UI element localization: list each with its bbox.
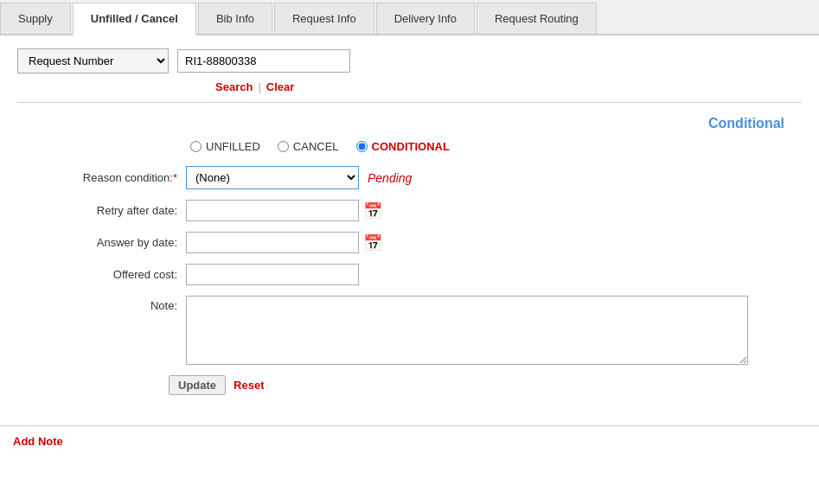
- search-row: Request Number: [17, 48, 802, 73]
- radio-cancel[interactable]: [278, 141, 289, 152]
- cost-row: Offered cost:: [43, 264, 802, 285]
- tab-unfilled-cancel[interactable]: Unfilled / Cancel: [73, 3, 196, 35]
- note-label: Note:: [43, 296, 186, 312]
- radio-unfilled[interactable]: [190, 141, 202, 152]
- action-buttons: Update Reset: [169, 375, 802, 395]
- search-button[interactable]: Search: [212, 80, 256, 93]
- cost-input[interactable]: [186, 264, 359, 285]
- retry-date-wrapper: 📅: [186, 200, 382, 221]
- separator: [17, 102, 802, 103]
- radio-cancel-label[interactable]: CANCEL: [278, 140, 339, 153]
- radio-cancel-text: CANCEL: [293, 140, 339, 153]
- search-buttons: Search | Clear: [212, 80, 802, 93]
- radio-conditional-text: CONDITIONAL: [372, 140, 450, 153]
- tab-request-info[interactable]: Request Info: [274, 3, 374, 34]
- add-note-button[interactable]: Add Note: [13, 435, 63, 448]
- bottom-section: Add Note: [0, 425, 819, 456]
- radio-conditional[interactable]: [356, 141, 368, 152]
- note-textarea[interactable]: [186, 296, 748, 365]
- request-type-select[interactable]: Request Number: [17, 48, 169, 73]
- tab-request-routing[interactable]: Request Routing: [477, 3, 597, 34]
- answer-date-input[interactable]: [186, 232, 359, 253]
- answer-date-wrapper: 📅: [186, 232, 382, 253]
- form-section: Reason condition:* (None) Pending Retry …: [43, 166, 802, 365]
- cost-label: Offered cost:: [43, 268, 186, 281]
- radio-unfilled-label[interactable]: UNFILLED: [190, 140, 260, 153]
- answer-date-row: Answer by date: 📅: [43, 232, 802, 253]
- tab-delivery-info[interactable]: Delivery Info: [376, 3, 475, 34]
- radio-row: UNFILLED CANCEL CONDITIONAL: [190, 140, 802, 153]
- radio-conditional-label[interactable]: CONDITIONAL: [356, 140, 450, 153]
- retry-date-row: Retry after date: 📅: [43, 200, 802, 221]
- required-star: *: [173, 171, 177, 184]
- note-row: Note:: [43, 296, 802, 365]
- tab-bar: Supply Unfilled / Cancel Bib Info Reques…: [0, 0, 819, 35]
- main-content: Request Number Search | Clear Conditiona…: [0, 35, 819, 408]
- reason-row: Reason condition:* (None) Pending: [43, 166, 802, 189]
- tab-bib-info[interactable]: Bib Info: [198, 3, 272, 34]
- tab-supply[interactable]: Supply: [0, 3, 71, 34]
- radio-unfilled-text: UNFILLED: [206, 140, 260, 153]
- conditional-header: Conditional: [17, 116, 802, 131]
- retry-date-input[interactable]: [186, 200, 359, 221]
- answer-label: Answer by date:: [43, 236, 186, 249]
- clear-button[interactable]: Clear: [263, 80, 298, 93]
- retry-calendar-icon[interactable]: 📅: [363, 201, 382, 220]
- retry-label: Retry after date:: [43, 204, 186, 217]
- request-number-input[interactable]: [177, 49, 350, 73]
- answer-calendar-icon[interactable]: 📅: [363, 233, 382, 252]
- pending-status: Pending: [368, 171, 412, 185]
- button-divider: |: [258, 80, 260, 93]
- reason-select[interactable]: (None): [186, 166, 359, 189]
- update-button[interactable]: Update: [169, 375, 226, 395]
- reason-label: Reason condition:*: [43, 171, 186, 184]
- reset-button[interactable]: Reset: [230, 379, 267, 392]
